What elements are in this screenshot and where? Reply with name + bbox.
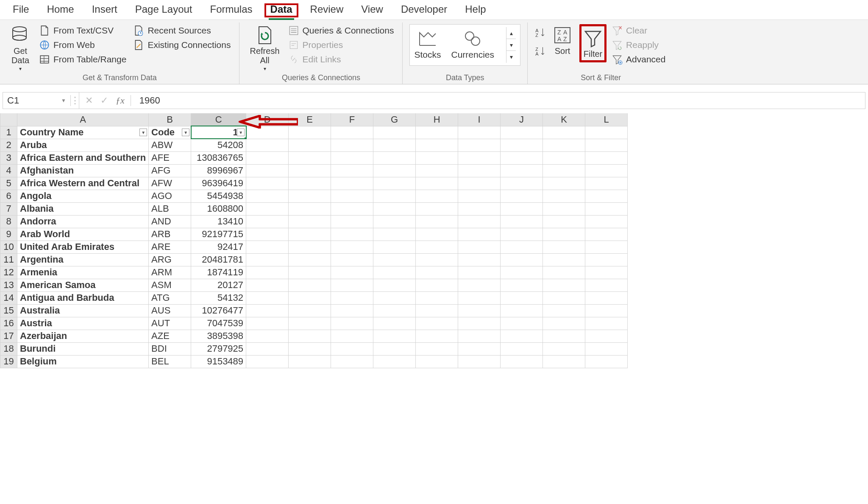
- cell[interactable]: [373, 139, 416, 151]
- cell[interactable]: Arab World: [17, 228, 149, 241]
- cell[interactable]: [416, 317, 458, 330]
- cell[interactable]: [416, 291, 458, 304]
- cell[interactable]: [373, 266, 416, 279]
- cell[interactable]: [416, 202, 458, 215]
- cell[interactable]: [543, 304, 585, 317]
- sort-button[interactable]: ZAAZ Sort: [549, 24, 576, 56]
- gallery-more-icon[interactable]: ▾: [506, 51, 516, 63]
- cell[interactable]: ASM: [149, 279, 191, 291]
- cell[interactable]: [458, 177, 501, 190]
- cell[interactable]: ARG: [149, 253, 191, 266]
- cell[interactable]: [501, 215, 543, 228]
- cell[interactable]: [501, 190, 543, 202]
- cell[interactable]: [373, 241, 416, 253]
- cell[interactable]: [416, 342, 458, 355]
- cell[interactable]: [543, 317, 585, 330]
- column-header-I[interactable]: I: [458, 113, 501, 126]
- cell[interactable]: 5454938: [191, 190, 246, 202]
- cell[interactable]: [501, 253, 543, 266]
- cell[interactable]: [289, 304, 331, 317]
- cell[interactable]: [246, 177, 289, 190]
- cell[interactable]: [585, 266, 628, 279]
- cell[interactable]: [585, 202, 628, 215]
- cell[interactable]: 20481781: [191, 253, 246, 266]
- cell[interactable]: [246, 202, 289, 215]
- cell[interactable]: [331, 215, 373, 228]
- cell[interactable]: [331, 164, 373, 177]
- cell[interactable]: Azerbaijan: [17, 330, 149, 342]
- cell[interactable]: [289, 177, 331, 190]
- cell[interactable]: [416, 241, 458, 253]
- from-table-button[interactable]: From Table/Range: [37, 53, 128, 66]
- tab-data[interactable]: Data: [269, 3, 294, 16]
- cell[interactable]: AFW: [149, 177, 191, 190]
- cell[interactable]: [373, 330, 416, 342]
- cell[interactable]: [331, 151, 373, 164]
- cell-B1[interactable]: Code▼: [149, 126, 191, 139]
- spreadsheet-grid[interactable]: ABCDEFGHIJKL 1Country Name▼Code▼19▼2Arub…: [0, 113, 628, 368]
- cell[interactable]: Africa Western and Central: [17, 177, 149, 190]
- gallery-up-icon[interactable]: ▴: [506, 27, 516, 39]
- cell[interactable]: 10276477: [191, 304, 246, 317]
- cell[interactable]: [246, 291, 289, 304]
- cell[interactable]: ATG: [149, 291, 191, 304]
- cell[interactable]: 3895398: [191, 330, 246, 342]
- tab-help[interactable]: Help: [463, 3, 487, 16]
- cell[interactable]: [501, 202, 543, 215]
- cell[interactable]: [416, 304, 458, 317]
- row-header[interactable]: 2: [0, 139, 17, 151]
- column-header-K[interactable]: K: [543, 113, 585, 126]
- cell[interactable]: [416, 355, 458, 368]
- cell[interactable]: [331, 139, 373, 151]
- filter-dropdown-icon[interactable]: ▼: [139, 129, 147, 136]
- cell[interactable]: AFG: [149, 164, 191, 177]
- cell[interactable]: [458, 202, 501, 215]
- cell[interactable]: [373, 279, 416, 291]
- tab-view[interactable]: View: [359, 3, 385, 16]
- cell[interactable]: [458, 151, 501, 164]
- cell[interactable]: Burundi: [17, 342, 149, 355]
- cell[interactable]: [373, 355, 416, 368]
- cell[interactable]: [373, 202, 416, 215]
- row-header[interactable]: 3: [0, 151, 17, 164]
- cell[interactable]: [543, 342, 585, 355]
- cell[interactable]: [585, 177, 628, 190]
- cell[interactable]: [585, 330, 628, 342]
- cell[interactable]: [246, 139, 289, 151]
- cell[interactable]: [585, 228, 628, 241]
- row-header[interactable]: 17: [0, 330, 17, 342]
- cell[interactable]: [373, 317, 416, 330]
- gallery-down-icon[interactable]: ▾: [506, 39, 516, 51]
- cell[interactable]: AND: [149, 215, 191, 228]
- cell[interactable]: [373, 151, 416, 164]
- cell[interactable]: Aruba: [17, 139, 149, 151]
- row-header[interactable]: 4: [0, 164, 17, 177]
- filter-dropdown-icon[interactable]: ▼: [237, 129, 245, 136]
- cell[interactable]: [416, 177, 458, 190]
- cell[interactable]: [289, 291, 331, 304]
- cell[interactable]: [585, 126, 628, 139]
- cell[interactable]: [331, 279, 373, 291]
- cell[interactable]: [289, 330, 331, 342]
- cell[interactable]: AUT: [149, 317, 191, 330]
- cell[interactable]: AUS: [149, 304, 191, 317]
- column-header-L[interactable]: L: [585, 113, 628, 126]
- refresh-all-button[interactable]: Refresh All ▾: [246, 24, 283, 73]
- cell[interactable]: [543, 355, 585, 368]
- cell[interactable]: 92197715: [191, 228, 246, 241]
- cell[interactable]: ABW: [149, 139, 191, 151]
- tab-page-layout[interactable]: Page Layout: [134, 3, 194, 16]
- cell[interactable]: [585, 241, 628, 253]
- formula-bar-handle[interactable]: ⋮: [71, 92, 79, 109]
- cell[interactable]: [585, 355, 628, 368]
- cell[interactable]: [373, 177, 416, 190]
- cell[interactable]: [331, 342, 373, 355]
- fx-icon[interactable]: ƒx: [116, 95, 125, 106]
- cell[interactable]: [289, 202, 331, 215]
- cell[interactable]: [543, 279, 585, 291]
- cell[interactable]: [289, 139, 331, 151]
- cell[interactable]: [331, 190, 373, 202]
- cell[interactable]: [289, 151, 331, 164]
- cell[interactable]: [501, 342, 543, 355]
- row-header[interactable]: 13: [0, 279, 17, 291]
